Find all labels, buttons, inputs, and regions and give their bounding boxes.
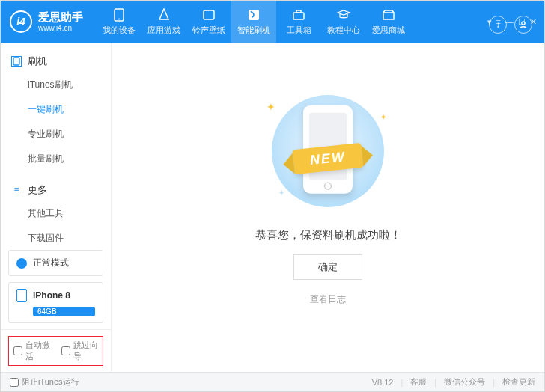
nav-ringtone[interactable]: 铃声壁纸 (186, 1, 231, 43)
sidebar-item-batch-flash[interactable]: 批量刷机 (1, 147, 111, 171)
group-icon (11, 56, 22, 67)
auto-activate-checkbox[interactable]: 自动激活 (13, 340, 51, 362)
phone-icon (112, 8, 127, 22)
apps-icon (156, 8, 171, 22)
store-icon (381, 8, 396, 22)
download-icon[interactable]: ↓ (489, 16, 507, 34)
wechat-link[interactable]: 微信公众号 (444, 376, 485, 388)
user-icon[interactable] (514, 16, 532, 34)
titlebar: i4 爱思助手 www.i4.cn 我的设备 应用游戏 铃声壁纸 智能刷机 (1, 1, 544, 43)
svg-rect-5 (296, 10, 301, 13)
device-panel[interactable]: iPhone 8 64GB (8, 282, 103, 323)
nav-flash[interactable]: 智能刷机 (231, 1, 276, 43)
svg-point-1 (118, 18, 120, 19)
block-itunes-checkbox[interactable]: 阻止iTunes运行 (10, 376, 79, 388)
skip-setup-input[interactable] (61, 346, 70, 355)
svg-rect-6 (383, 13, 394, 19)
success-illustration: ✦ ✦ ✦ NEW (253, 88, 403, 215)
nav-toolbox[interactable]: 工具箱 (276, 1, 321, 43)
device-capacity-badge: 64GB (33, 307, 95, 316)
group-more-icon: ≡ (11, 185, 22, 195)
nav-device[interactable]: 我的设备 (97, 1, 141, 43)
nav-store[interactable]: 爱思商城 (366, 1, 411, 43)
sidebar-item-oneclick-flash[interactable]: 一键刷机 (1, 97, 111, 122)
main-panel: ✦ ✦ ✦ NEW 恭喜您，保资料刷机成功啦！ 确定 查看日志 (112, 43, 544, 372)
success-message: 恭喜您，保资料刷机成功啦！ (255, 228, 401, 242)
tutorial-icon (336, 8, 351, 22)
skip-setup-checkbox[interactable]: 跳过向导 (61, 340, 99, 362)
device-mode-button[interactable]: 正常模式 (8, 250, 103, 276)
brand: i4 爱思助手 www.i4.cn (10, 10, 83, 33)
auto-activate-input[interactable] (13, 346, 22, 355)
sidebar-item-pro-flash[interactable]: 专业刷机 (1, 122, 111, 147)
nav-apps[interactable]: 应用游戏 (141, 1, 186, 43)
sidebar-item-other-tools[interactable]: 其他工具 (1, 201, 111, 226)
status-bar: 阻止iTunes运行 V8.12 | 客服 | 微信公众号 | 检查更新 (1, 372, 544, 391)
check-update-link[interactable]: 检查更新 (502, 376, 535, 388)
support-link[interactable]: 客服 (410, 376, 427, 388)
svg-rect-8 (13, 58, 19, 65)
version-label: V8.12 (372, 378, 394, 387)
sidebar: 刷机 iTunes刷机 一键刷机 专业刷机 批量刷机 ≡ 更多 其他工具 下载固… (1, 43, 112, 372)
svg-rect-2 (204, 10, 214, 19)
device-icon (16, 289, 27, 302)
svg-point-7 (522, 22, 525, 25)
highlighted-options: 自动激活 跳过向导 (8, 336, 103, 366)
confirm-button[interactable]: 确定 (293, 254, 362, 280)
top-nav: 我的设备 应用游戏 铃声壁纸 智能刷机 工具箱 教程中心 (97, 1, 411, 43)
nav-tutorial[interactable]: 教程中心 (321, 1, 366, 43)
block-itunes-input[interactable] (10, 378, 19, 387)
app-title: 爱思助手 (38, 11, 83, 24)
mode-icon (16, 258, 27, 269)
sidebar-group-more: ≡ 更多 (1, 179, 111, 201)
app-url: www.i4.cn (38, 24, 83, 32)
svg-rect-4 (293, 13, 304, 19)
sidebar-item-itunes-flash[interactable]: iTunes刷机 (1, 73, 111, 97)
device-name: iPhone 8 (33, 290, 70, 301)
view-log-link[interactable]: 查看日志 (310, 293, 346, 306)
toolbox-icon (291, 8, 306, 22)
logo-icon: i4 (10, 10, 32, 33)
sidebar-item-download-fw[interactable]: 下载固件 (1, 226, 111, 244)
sidebar-group-flash: 刷机 (1, 50, 111, 73)
flash-icon (246, 8, 261, 22)
ringtone-icon (201, 8, 216, 22)
